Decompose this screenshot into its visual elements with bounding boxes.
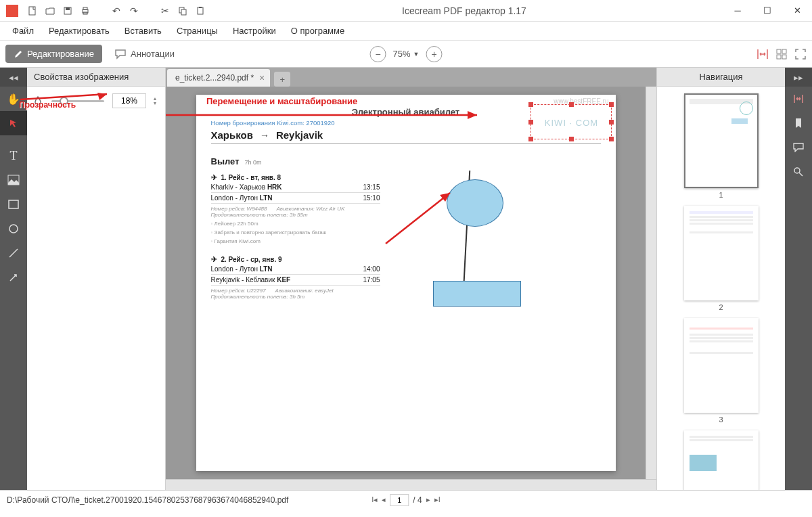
svg-line-17: [9, 249, 18, 257]
svg-rect-12: [777, 55, 781, 59]
canvas[interactable]: www.bestFREE.ru Электронный авиабилет Но…: [166, 87, 646, 479]
cut-icon[interactable]: ✂: [160, 5, 171, 16]
svg-line-19: [386, 193, 450, 244]
opacity-input[interactable]: [112, 93, 146, 108]
rect-tool[interactable]: [0, 192, 27, 217]
svg-rect-11: [782, 49, 786, 53]
menu-file[interactable]: Файл: [5, 24, 41, 38]
paste-icon[interactable]: [195, 5, 206, 16]
page-input[interactable]: [390, 494, 409, 506]
selection-box[interactable]: [531, 104, 612, 139]
opacity-down[interactable]: ▼: [150, 101, 160, 106]
annotation-arrow: [386, 189, 460, 244]
open-icon[interactable]: [45, 5, 55, 16]
ellipse-tool[interactable]: [0, 217, 27, 241]
page-thumbnail-3[interactable]: [684, 318, 759, 413]
minimize-button[interactable]: ─: [723, 0, 752, 22]
menu-settings[interactable]: Настройки: [226, 24, 283, 38]
document-tab[interactable]: e_ticket.2...2940.pdf * ×: [167, 69, 270, 87]
line-tool[interactable]: [0, 241, 27, 265]
text-tool[interactable]: T: [0, 143, 27, 168]
image-tool[interactable]: [0, 168, 27, 192]
print-icon[interactable]: [80, 5, 91, 16]
page-total: / 4: [413, 495, 422, 505]
page-navigator: I◂ ◂ / 4 ▸ ▸I: [371, 494, 440, 506]
arrow-tool[interactable]: [0, 265, 27, 290]
svg-marker-22: [468, 111, 477, 119]
maximize-button[interactable]: ☐: [752, 0, 782, 22]
svg-line-18: [10, 275, 16, 281]
last-page-button[interactable]: ▸I: [434, 495, 441, 504]
fit-width-icon[interactable]: [757, 48, 769, 60]
tabs-row: e_ticket.2...2940.pdf * × +: [166, 68, 656, 87]
svg-point-23: [794, 168, 800, 173]
zoom-in-button[interactable]: +: [426, 46, 442, 62]
close-button[interactable]: ✕: [782, 0, 812, 22]
collapse-right-button[interactable]: ▸▸: [785, 68, 812, 87]
workspace: ◂◂ ✋ T Свойства изображения ▲▼ e_ticket.…: [0, 68, 812, 490]
comments-tab[interactable]: [785, 135, 812, 160]
thumbnails-tab[interactable]: [785, 87, 812, 111]
horizontal-scrollbar[interactable]: [166, 479, 656, 490]
pdf-page[interactable]: www.bestFREE.ru Электронный авиабилет Но…: [196, 95, 616, 471]
page-thumbnail-4[interactable]: [684, 430, 759, 490]
zoom-out-button[interactable]: −: [370, 46, 386, 62]
thumbnail-list: 1 2 3 4: [657, 87, 785, 490]
drawn-rectangle[interactable]: [433, 281, 521, 307]
menu-insert[interactable]: Вставить: [118, 24, 168, 38]
file-path: D:\Рабочий СТОЛ\e_ticket.27001920.154678…: [7, 495, 288, 505]
svg-rect-7: [181, 9, 186, 15]
page-thumbnail-1[interactable]: [684, 93, 759, 188]
redo-icon[interactable]: ↷: [129, 5, 139, 16]
save-icon[interactable]: [62, 5, 73, 16]
svg-line-25: [20, 94, 107, 99]
arrow-icon: →: [260, 130, 269, 141]
plane-icon: ✈: [211, 173, 217, 182]
navigation-header: Навигация: [657, 68, 785, 87]
page-layout-icon[interactable]: [775, 48, 788, 60]
first-page-button[interactable]: I◂: [371, 495, 378, 504]
right-tool-rail: ▸▸: [785, 68, 812, 490]
svg-rect-0: [29, 7, 35, 15]
properties-panel: Свойства изображения ▲▼: [27, 68, 166, 490]
prev-page-button[interactable]: ◂: [382, 495, 386, 504]
select-tool[interactable]: [0, 111, 27, 135]
next-page-button[interactable]: ▸: [426, 495, 430, 504]
fullscreen-icon[interactable]: [794, 48, 807, 60]
opacity-up[interactable]: ▲: [150, 96, 160, 101]
annotation-arrow-move: [166, 111, 491, 125]
bookmarks-tab[interactable]: [785, 111, 812, 135]
tab-close-icon[interactable]: ×: [259, 72, 265, 83]
svg-rect-8: [198, 7, 203, 14]
svg-rect-2: [66, 7, 70, 10]
undo-icon[interactable]: ↶: [111, 5, 122, 16]
menu-pages[interactable]: Страницы: [170, 24, 225, 38]
vertical-scrollbar[interactable]: [646, 87, 656, 479]
annotation-label-move: Перемещение и масштабирование: [206, 96, 357, 106]
annotation-arrow-transparency: [20, 93, 115, 106]
edit-mode-button[interactable]: Редактирование: [5, 45, 102, 63]
pencil-icon: [14, 49, 23, 59]
annotation-mode-button[interactable]: Аннотации: [108, 45, 181, 64]
navigation-panel: Навигация 1 2 3 4: [656, 68, 785, 490]
plane-icon: ✈: [211, 255, 217, 264]
flight1-header: ✈1. Рейс - вт, янв. 8: [211, 173, 380, 182]
menu-about[interactable]: О программе: [284, 24, 352, 38]
app-logo: [3, 1, 22, 20]
depart-section: Вылет7h 0m: [211, 156, 601, 166]
search-tab[interactable]: [785, 160, 812, 184]
document-area: e_ticket.2...2940.pdf * × + www.bestFREE…: [166, 68, 656, 490]
statusbar: D:\Рабочий СТОЛ\e_ticket.27001920.154678…: [0, 490, 812, 509]
comment-icon: [114, 49, 127, 60]
copy-icon[interactable]: [177, 5, 188, 16]
main-toolbar: Редактирование Аннотации − 75% ▼ +: [0, 41, 812, 68]
svg-rect-10: [777, 49, 781, 53]
page-thumbnail-2[interactable]: [684, 206, 759, 300]
tab-add-button[interactable]: +: [274, 72, 290, 87]
svg-rect-4: [83, 7, 87, 9]
new-icon[interactable]: [27, 5, 38, 16]
collapse-left-button[interactable]: ◂◂: [0, 68, 27, 87]
titlebar: ↶ ↷ ✂ Icecream PDF редактор 1.17 ─ ☐ ✕: [0, 0, 812, 22]
zoom-level[interactable]: 75% ▼: [393, 49, 420, 59]
menu-edit[interactable]: Редактировать: [42, 24, 116, 38]
